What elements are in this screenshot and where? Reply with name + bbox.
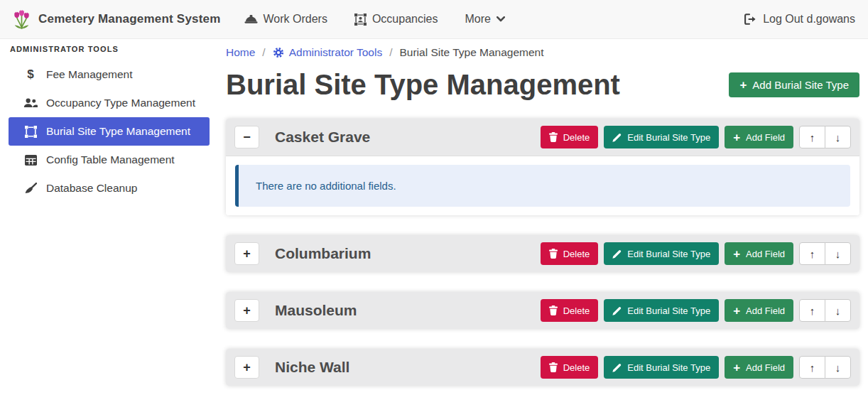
edit-label: Edit Burial Site Type xyxy=(627,305,710,316)
nav-item-work-orders[interactable]: Work Orders xyxy=(231,0,341,39)
delete-button[interactable]: Delete xyxy=(541,356,599,379)
panel-actions: Delete Edit Burial Site Type + Add Field xyxy=(541,126,851,148)
edit-burial-site-type-button[interactable]: Edit Burial Site Type xyxy=(604,299,719,322)
add-field-label: Add Field xyxy=(746,249,785,259)
top-navbar: Cemetery Management System Work Orders xyxy=(0,0,868,39)
occupancy-frame-icon xyxy=(354,13,367,26)
add-field-button[interactable]: + Add Field xyxy=(725,242,793,265)
panel-title: Casket Grave xyxy=(275,129,370,146)
panel-title: Mausoleum xyxy=(275,302,357,319)
trash-icon xyxy=(549,362,558,372)
move-up-button[interactable]: ↑ xyxy=(799,126,825,148)
sidebar-item-burial-site-type-management[interactable]: Burial Site Type Management xyxy=(9,117,210,146)
reorder-button-group: ↑ ↓ xyxy=(799,126,851,148)
panel-columbarium: + Columbarium Delete xyxy=(226,235,859,272)
nav-label: Occupancies xyxy=(372,13,438,26)
panel-header: + Columbarium Delete xyxy=(226,235,859,272)
move-down-button[interactable]: ↓ xyxy=(825,299,851,322)
hard-hat-icon xyxy=(244,14,258,25)
pencil-icon xyxy=(612,363,622,372)
brand-link[interactable]: Cemetery Management System xyxy=(11,9,221,31)
sidebar-heading: ADMINISTRATOR TOOLS xyxy=(9,45,210,53)
sidebar-item-label: Database Cleanup xyxy=(46,182,137,195)
nav-item-occupancies[interactable]: Occupancies xyxy=(341,0,452,39)
sidebar-item-database-cleanup[interactable]: Database Cleanup xyxy=(9,174,210,202)
add-field-label: Add Field xyxy=(746,305,785,316)
edit-burial-site-type-button[interactable]: Edit Burial Site Type xyxy=(604,126,719,148)
burial-site-type-list: − Casket Grave Delete xyxy=(226,119,859,386)
nav-item-more[interactable]: More xyxy=(451,0,518,39)
add-burial-site-type-label: Add Burial Site Type xyxy=(752,79,849,91)
delete-button[interactable]: Delete xyxy=(541,126,599,148)
vector-square-icon xyxy=(23,126,38,138)
sidebar-item-config-table-management[interactable]: Config Table Management xyxy=(9,146,210,174)
move-down-button[interactable]: ↓ xyxy=(825,126,851,148)
plus-icon: + xyxy=(733,305,740,317)
move-up-button[interactable]: ↑ xyxy=(799,299,825,322)
panel-body: There are no additional fields. xyxy=(226,156,859,215)
add-field-button[interactable]: + Add Field xyxy=(725,126,793,148)
delete-button[interactable]: Delete xyxy=(541,299,599,322)
move-down-button[interactable]: ↓ xyxy=(825,356,851,379)
panel-header: + Niche Wall Delete xyxy=(226,349,859,386)
breadcrumb-separator: / xyxy=(389,46,392,59)
plus-icon: + xyxy=(733,362,740,374)
delete-label: Delete xyxy=(563,362,590,373)
move-up-button[interactable]: ↑ xyxy=(799,242,825,265)
no-additional-fields-alert: There are no additional fields. xyxy=(235,165,850,207)
add-field-button[interactable]: + Add Field xyxy=(725,299,793,322)
logout-label: Log Out d.gowans xyxy=(763,13,855,26)
plus-icon: + xyxy=(733,248,740,260)
breadcrumb-admin-tools-label: Administrator Tools xyxy=(289,46,383,59)
panel-header: + Mausoleum Delete xyxy=(226,292,859,329)
plus-icon: + xyxy=(733,131,740,144)
breadcrumb-admin-tools-link[interactable]: Administrator Tools xyxy=(273,46,383,59)
plus-icon: + xyxy=(739,79,747,91)
logout-icon xyxy=(744,13,756,25)
breadcrumb-home-link[interactable]: Home xyxy=(226,46,255,59)
edit-burial-site-type-button[interactable]: Edit Burial Site Type xyxy=(604,242,719,265)
move-down-button[interactable]: ↓ xyxy=(825,242,851,265)
delete-label: Delete xyxy=(563,305,590,316)
logout-link[interactable]: Log Out d.gowans xyxy=(744,13,857,26)
collapse-toggle-button[interactable]: − xyxy=(234,126,259,148)
sidebar-item-fee-management[interactable]: $ Fee Management xyxy=(9,60,210,89)
main-nav: Work Orders Occupancies Mor xyxy=(231,0,519,39)
chevron-down-icon xyxy=(497,16,505,22)
panel-title: Niche Wall xyxy=(275,359,349,376)
pencil-icon xyxy=(612,306,622,315)
sidebar-item-label: Config Table Management xyxy=(46,153,175,166)
breadcrumb: Home / Administrator Tools / Burial Site… xyxy=(226,46,859,59)
pencil-icon xyxy=(612,133,622,142)
move-up-button[interactable]: ↑ xyxy=(799,356,825,379)
delete-label: Delete xyxy=(563,132,590,143)
delete-button[interactable]: Delete xyxy=(541,242,599,265)
gear-icon xyxy=(273,47,284,58)
page-title: Burial Site Type Management xyxy=(226,68,620,101)
sidebar-item-label: Fee Management xyxy=(46,68,133,81)
add-field-button[interactable]: + Add Field xyxy=(725,356,793,379)
dollar-icon: $ xyxy=(23,67,38,82)
breadcrumb-separator: / xyxy=(262,46,265,59)
panel-casket-grave: − Casket Grave Delete xyxy=(226,119,859,215)
edit-label: Edit Burial Site Type xyxy=(627,362,710,373)
reorder-button-group: ↑ ↓ xyxy=(799,356,851,379)
panel-actions: Delete Edit Burial Site Type + Add Field xyxy=(541,299,851,322)
add-field-label: Add Field xyxy=(746,362,785,373)
panel-title: Columbarium xyxy=(275,245,371,262)
sidebar-item-label: Burial Site Type Management xyxy=(46,125,190,138)
panel-header: − Casket Grave Delete xyxy=(226,119,859,156)
brand-title: Cemetery Management System xyxy=(38,12,221,26)
expand-toggle-button[interactable]: + xyxy=(234,242,259,265)
edit-burial-site-type-button[interactable]: Edit Burial Site Type xyxy=(604,356,719,379)
expand-toggle-button[interactable]: + xyxy=(234,299,259,322)
sidebar-item-occupancy-type-management[interactable]: Occupancy Type Management xyxy=(9,89,210,117)
expand-toggle-button[interactable]: + xyxy=(234,356,259,379)
delete-label: Delete xyxy=(563,249,590,259)
trash-icon xyxy=(549,132,558,142)
add-field-label: Add Field xyxy=(746,132,785,143)
trash-icon xyxy=(549,305,558,315)
panel-actions: Delete Edit Burial Site Type + Add Field xyxy=(541,242,851,265)
add-burial-site-type-button[interactable]: + Add Burial Site Type xyxy=(729,72,859,97)
trash-icon xyxy=(549,249,558,259)
